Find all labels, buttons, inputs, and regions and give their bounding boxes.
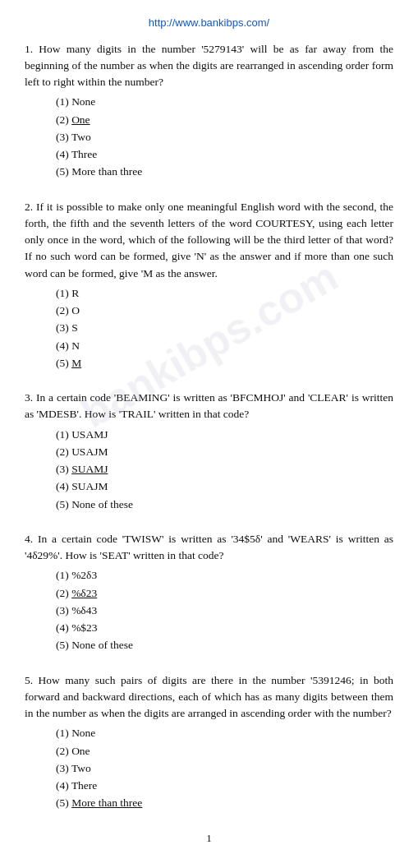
option-text: Three bbox=[71, 148, 97, 160]
option-label: (1) bbox=[56, 569, 71, 581]
option-5-3: (3) Two bbox=[56, 760, 393, 777]
option-label: (3) bbox=[56, 762, 71, 774]
option-label: (4) bbox=[56, 148, 71, 160]
option-2-3: (3) S bbox=[56, 320, 393, 336]
option-text: %δ43 bbox=[71, 604, 97, 616]
option-label: (5) bbox=[56, 796, 71, 809]
option-4-2: (2) %δ23 bbox=[56, 585, 393, 602]
option-label: (5) bbox=[56, 357, 71, 369]
question-block-5: 5. How many such pairs of digits are the… bbox=[25, 672, 393, 812]
option-text: More than three bbox=[71, 165, 142, 178]
option-3-5: (5) None of these bbox=[56, 496, 393, 513]
option-label: (2) bbox=[56, 587, 71, 599]
questions-container: 1. How many digits in the number '527914… bbox=[25, 41, 393, 812]
option-label: (5) bbox=[56, 639, 71, 651]
option-label: (3) bbox=[56, 463, 71, 475]
option-4-5: (5) None of these bbox=[56, 637, 393, 653]
option-text: None bbox=[71, 95, 95, 108]
option-text: Two bbox=[71, 762, 91, 774]
option-4-4: (4) %$23 bbox=[56, 620, 393, 636]
option-label: (3) bbox=[56, 604, 71, 616]
option-text: USAMJ bbox=[71, 428, 108, 441]
question-block-2: 2. If it is possible to make only one me… bbox=[25, 199, 393, 372]
option-1-2: (2) One bbox=[56, 112, 393, 128]
question-block-1: 1. How many digits in the number '527914… bbox=[25, 41, 393, 181]
option-3-1: (1) USAMJ bbox=[56, 427, 393, 443]
option-5-2: (2) One bbox=[56, 743, 393, 760]
option-text: None bbox=[71, 727, 95, 739]
options-list-3: (1) USAMJ(2) USAJM(3) SUAMJ(4) SUAJM(5) … bbox=[25, 427, 393, 513]
option-label: (2) bbox=[56, 745, 71, 757]
site-url[interactable]: http://www.bankibps.com/ bbox=[25, 15, 393, 31]
option-text: M bbox=[71, 357, 81, 369]
option-text: S bbox=[71, 321, 78, 334]
question-text-5: 5. How many such pairs of digits are the… bbox=[25, 672, 393, 723]
options-list-4: (1) %2δ3(2) %δ23(3) %δ43(4) %$23(5) None… bbox=[25, 567, 393, 653]
option-label: (2) bbox=[56, 446, 71, 458]
options-list-1: (1) None(2) One(3) Two(4) Three(5) More … bbox=[25, 94, 393, 180]
question-text-3: 3. In a certain code 'BEAMING' is writte… bbox=[25, 390, 393, 423]
option-5-5: (5) More than three bbox=[56, 795, 393, 811]
option-4-3: (3) %δ43 bbox=[56, 603, 393, 619]
question-text-2: 2. If it is possible to make only one me… bbox=[25, 199, 393, 282]
option-text: R bbox=[71, 287, 79, 299]
option-3-4: (4) SUAJM bbox=[56, 478, 393, 495]
option-label: (1) bbox=[56, 727, 71, 739]
option-label: (5) bbox=[56, 498, 71, 510]
question-text-4: 4. In a certain code 'TWISW' is written … bbox=[25, 531, 393, 565]
option-3-2: (2) USAJM bbox=[56, 444, 393, 460]
option-text: None of these bbox=[71, 498, 133, 510]
option-2-4: (4) N bbox=[56, 338, 393, 354]
option-1-5: (5) More than three bbox=[56, 164, 393, 180]
option-label: (1) bbox=[56, 95, 71, 108]
option-text: O bbox=[71, 304, 80, 316]
option-5-4: (4) There bbox=[56, 778, 393, 794]
option-2-2: (2) O bbox=[56, 302, 393, 319]
option-4-1: (1) %2δ3 bbox=[56, 567, 393, 584]
option-text: %$23 bbox=[71, 621, 98, 634]
option-text: None of these bbox=[71, 639, 133, 651]
question-block-4: 4. In a certain code 'TWISW' is written … bbox=[25, 531, 393, 654]
option-5-1: (1) None bbox=[56, 725, 393, 741]
option-text: SUAMJ bbox=[71, 463, 108, 475]
option-text: SUAJM bbox=[71, 480, 108, 492]
option-label: (2) bbox=[56, 113, 71, 126]
option-label: (4) bbox=[56, 779, 71, 792]
option-1-1: (1) None bbox=[56, 94, 393, 110]
option-label: (2) bbox=[56, 304, 71, 316]
option-text: N bbox=[71, 339, 80, 352]
option-label: (5) bbox=[56, 165, 71, 178]
option-text: One bbox=[71, 113, 90, 126]
option-text: Two bbox=[71, 131, 91, 143]
options-list-5: (1) None(2) One(3) Two(4) There(5) More … bbox=[25, 725, 393, 811]
question-block-3: 3. In a certain code 'BEAMING' is writte… bbox=[25, 390, 393, 513]
option-text: One bbox=[71, 745, 90, 757]
question-text-1: 1. How many digits in the number '527914… bbox=[25, 41, 393, 91]
option-1-3: (3) Two bbox=[56, 129, 393, 145]
option-text: %δ23 bbox=[71, 587, 97, 599]
option-1-4: (4) Three bbox=[56, 146, 393, 163]
option-3-3: (3) SUAMJ bbox=[56, 461, 393, 478]
option-text: %2δ3 bbox=[71, 569, 97, 581]
option-label: (1) bbox=[56, 287, 71, 299]
option-label: (4) bbox=[56, 480, 71, 492]
option-2-5: (5) M bbox=[56, 355, 393, 372]
option-label: (4) bbox=[56, 339, 71, 352]
option-label: (4) bbox=[56, 621, 71, 634]
option-text: More than three bbox=[71, 796, 142, 809]
options-list-2: (1) R(2) O(3) S(4) N(5) M bbox=[25, 285, 393, 372]
option-text: USAJM bbox=[71, 446, 108, 458]
option-2-1: (1) R bbox=[56, 285, 393, 302]
option-label: (3) bbox=[56, 321, 71, 334]
option-text: There bbox=[71, 779, 97, 792]
option-label: (3) bbox=[56, 131, 71, 143]
page-number: 1 bbox=[25, 830, 393, 847]
option-label: (1) bbox=[56, 428, 71, 441]
